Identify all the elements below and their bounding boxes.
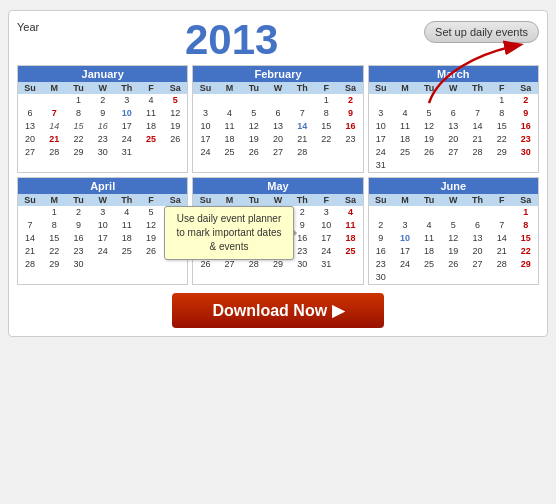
cal-cell: 13 [266,120,290,133]
cal-cell: 7 [465,107,489,120]
cal-cell: 3 [115,94,139,107]
cal-cell: 24 [193,146,217,159]
cal-cell: 3 [193,107,217,120]
cal-cell: 0 [193,94,217,107]
cal-cell: 31 [115,146,139,159]
cal-cell: 21 [490,245,514,258]
cal-cell: 8 [490,107,514,120]
cal-header-april: April [18,178,187,194]
cal-cell: 1 [314,94,338,107]
cal-cell: 0 [369,206,393,219]
cal-cell: 9 [338,107,362,120]
cal-days-header: SuMTuWThFSa [369,194,538,206]
cal-cell: 0 [91,258,115,271]
cal-cell: 17 [393,245,417,258]
cal-cell: 23 [91,133,115,146]
day-label-sa: Sa [163,82,187,94]
cal-cell: 0 [417,159,441,172]
cal-cell: 18 [393,133,417,146]
cal-header-june: June [369,178,538,194]
download-button[interactable]: Download Now ▶ [172,293,383,328]
cal-cell: 0 [441,206,465,219]
cal-cell: 23 [514,133,538,146]
day-label-m: M [393,82,417,94]
cal-cell: 20 [441,133,465,146]
cal-cell: 19 [242,133,266,146]
cal-cell: 27 [441,146,465,159]
day-label-th: Th [465,194,489,206]
cal-cell: 15 [514,232,538,245]
cal-cell: 21 [290,133,314,146]
cal-cell: 0 [465,159,489,172]
cal-cell: 26 [139,245,163,258]
cal-cell: 0 [314,146,338,159]
day-label-tu: Tu [417,194,441,206]
cal-cell: 16 [91,120,115,133]
cal-cell: 28 [18,258,42,271]
cal-cell: 30 [66,258,90,271]
cal-cell: 1 [42,206,66,219]
cal-cell: 20 [18,133,42,146]
cal-cell: 0 [441,271,465,284]
cal-cell: 10 [369,120,393,133]
cal-cell: 0 [514,159,538,172]
cal-cell: 25 [218,146,242,159]
cal-cell: 8 [42,219,66,232]
cal-cell: 0 [139,258,163,271]
cal-cell: 7 [290,107,314,120]
day-label-sa: Sa [338,82,362,94]
cal-header-january: January [18,66,187,82]
cal-cell: 6 [465,219,489,232]
year-label: Year [17,21,39,33]
cal-days-header: SuMTuWThFSa [18,194,187,206]
day-label-w: W [441,194,465,206]
cal-cell: 26 [417,146,441,159]
cal-cell: 25 [338,245,362,258]
cal-cell: 24 [393,258,417,271]
setup-daily-events-button[interactable]: Set up daily events [424,21,539,43]
cal-cell: 20 [266,133,290,146]
cal-cell: 7 [42,107,66,120]
cal-cell: 25 [417,258,441,271]
cal-cell: 1 [66,94,90,107]
cal-cell: 4 [115,206,139,219]
day-label-f: F [490,82,514,94]
cal-cell: 4 [417,219,441,232]
cal-cell: 30 [290,258,314,271]
cal-cell: 28 [290,146,314,159]
day-label-sa: Sa [514,194,538,206]
cal-cell: 2 [66,206,90,219]
cal-cell: 29 [66,146,90,159]
day-label-th: Th [290,82,314,94]
cal-cell: 6 [441,107,465,120]
cal-header-may: May [193,178,362,194]
cal-cell: 18 [338,232,362,245]
cal-body: 0000012345678910111213141516171819202122… [193,94,362,159]
cal-cell: 4 [218,107,242,120]
calendar-june: JuneSuMTuWThFSa0000001234567891011121314… [368,177,539,285]
cal-cell: 0 [417,206,441,219]
cal-cell: 13 [441,120,465,133]
cal-cell: 5 [139,206,163,219]
cal-cell: 28 [490,258,514,271]
day-label-m: M [218,194,242,206]
cal-cell: 22 [42,245,66,258]
day-label-tu: Tu [66,82,90,94]
day-label-w: W [266,194,290,206]
cal-cell: 0 [369,94,393,107]
cal-cell: 6 [18,107,42,120]
cal-cell: 8 [66,107,90,120]
cal-cell: 9 [514,107,538,120]
cal-days-header: SuMTuWThFSa [18,82,187,94]
cal-cell: 0 [465,206,489,219]
day-label-tu: Tu [66,194,90,206]
cal-cell: 17 [115,120,139,133]
cal-cell: 2 [338,94,362,107]
cal-cell: 11 [115,219,139,232]
cal-cell: 0 [514,271,538,284]
cal-cell: 15 [42,232,66,245]
cal-cell: 23 [66,245,90,258]
cal-body: 0123456789101112131415161718192021222324… [18,206,187,271]
year-title: 2013 [39,19,424,61]
cal-cell: 30 [369,271,393,284]
